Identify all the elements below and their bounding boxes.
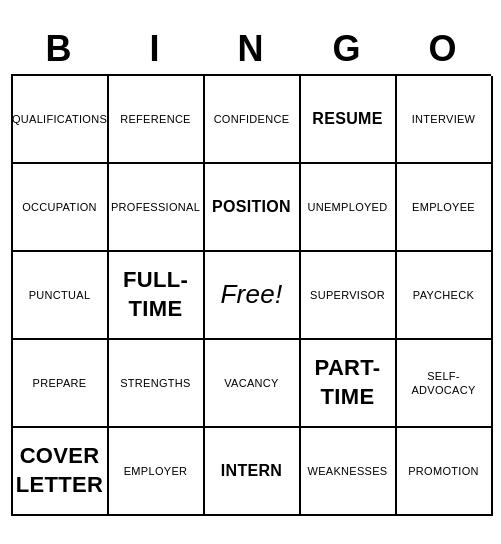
bingo-header: BINGO <box>11 28 491 70</box>
cell-full-time: FULL-TIME <box>109 252 205 340</box>
bingo-letter-n: N <box>207 28 295 70</box>
cell-text-free: Free! <box>220 278 282 312</box>
cell-intern: INTERN <box>205 428 301 516</box>
bingo-card: BINGO QUALIFICATIONSREFERENCECONFIDENCER… <box>11 28 491 516</box>
bingo-grid: QUALIFICATIONSREFERENCECONFIDENCERESUMEI… <box>11 74 491 516</box>
cell-strengths: STRENGTHS <box>109 340 205 428</box>
cell-free: Free! <box>205 252 301 340</box>
cell-professional: PROFESSIONAL <box>109 164 205 252</box>
cell-punctual: PUNCTUAL <box>13 252 109 340</box>
cell-text-promotion: PROMOTION <box>408 464 479 478</box>
cell-confidence: CONFIDENCE <box>205 76 301 164</box>
cell-text-paycheck: PAYCHECK <box>413 288 474 302</box>
cell-text-interview: INTERVIEW <box>412 112 476 126</box>
cell-cover-letter: COVER LETTER <box>13 428 109 516</box>
cell-self-advocacy: SELF-ADVOCACY <box>397 340 493 428</box>
cell-text-resume: RESUME <box>312 109 382 130</box>
cell-text-intern: INTERN <box>221 461 282 482</box>
cell-resume: RESUME <box>301 76 397 164</box>
cell-text-self-advocacy: SELF-ADVOCACY <box>401 369 487 398</box>
cell-text-vacancy: VACANCY <box>224 376 278 390</box>
cell-promotion: PROMOTION <box>397 428 493 516</box>
bingo-letter-g: G <box>303 28 391 70</box>
cell-text-cover-letter: COVER LETTER <box>16 442 103 499</box>
cell-interview: INTERVIEW <box>397 76 493 164</box>
cell-text-prepare: PREPARE <box>33 376 87 390</box>
cell-text-weaknesses: WEAKNESSES <box>307 464 387 478</box>
cell-employer: EMPLOYER <box>109 428 205 516</box>
cell-text-full-time: FULL-TIME <box>113 266 199 323</box>
cell-reference: REFERENCE <box>109 76 205 164</box>
cell-text-strengths: STRENGTHS <box>120 376 191 390</box>
cell-vacancy: VACANCY <box>205 340 301 428</box>
bingo-letter-i: I <box>111 28 199 70</box>
cell-qualifications: QUALIFICATIONS <box>13 76 109 164</box>
bingo-letter-b: B <box>15 28 103 70</box>
cell-part-time: PART-TIME <box>301 340 397 428</box>
cell-text-supervisor: SUPERVISOR <box>310 288 385 302</box>
cell-text-employee: EMPLOYEE <box>412 200 475 214</box>
bingo-letter-o: O <box>399 28 487 70</box>
cell-unemployed: UNEMPLOYED <box>301 164 397 252</box>
cell-text-punctual: PUNCTUAL <box>29 288 91 302</box>
cell-text-professional: PROFESSIONAL <box>111 200 200 214</box>
cell-text-occupation: OCCUPATION <box>22 200 97 214</box>
cell-occupation: OCCUPATION <box>13 164 109 252</box>
cell-position: POSITION <box>205 164 301 252</box>
cell-text-part-time: PART-TIME <box>305 354 391 411</box>
cell-paycheck: PAYCHECK <box>397 252 493 340</box>
cell-text-unemployed: UNEMPLOYED <box>307 200 387 214</box>
cell-weaknesses: WEAKNESSES <box>301 428 397 516</box>
cell-text-confidence: CONFIDENCE <box>214 112 290 126</box>
cell-text-position: POSITION <box>212 197 291 218</box>
cell-prepare: PREPARE <box>13 340 109 428</box>
cell-supervisor: SUPERVISOR <box>301 252 397 340</box>
cell-text-employer: EMPLOYER <box>124 464 188 478</box>
cell-text-reference: REFERENCE <box>120 112 191 126</box>
cell-employee: EMPLOYEE <box>397 164 493 252</box>
cell-text-qualifications: QUALIFICATIONS <box>12 112 107 126</box>
